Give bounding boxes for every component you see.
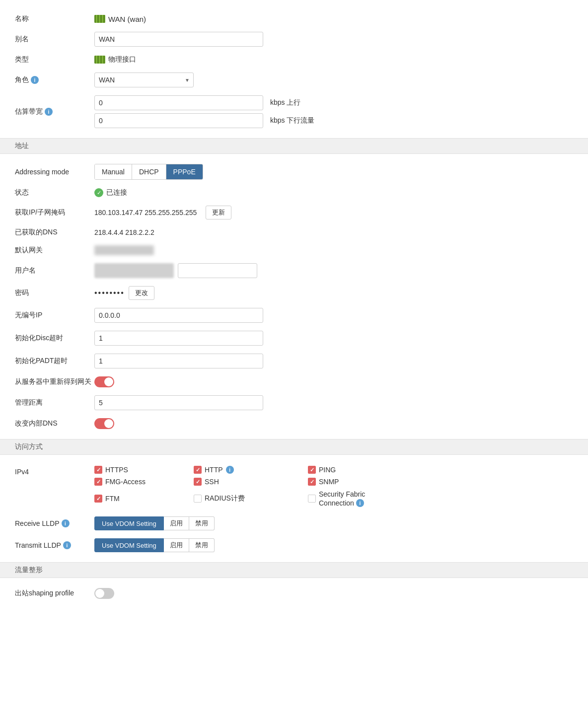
https-checkbox-item[interactable]: HTTPS bbox=[94, 466, 194, 474]
security-fabric-label-line1: Security Fabric bbox=[319, 490, 365, 499]
bandwidth-upstream-input[interactable] bbox=[94, 95, 263, 110]
addressing-mode-value[interactable]: Manual DHCP PPPoE bbox=[94, 164, 573, 180]
receive-lldp-buttons[interactable]: Use VDOM Setting 启用 禁用 bbox=[94, 516, 215, 530]
ping-checkbox-item[interactable]: PING bbox=[308, 466, 407, 474]
ping-label: PING bbox=[319, 466, 336, 474]
alias-input[interactable] bbox=[94, 32, 263, 47]
receive-lldp-enable-btn[interactable]: 启用 bbox=[164, 516, 189, 530]
addr-mode-group[interactable]: Manual DHCP PPPoE bbox=[94, 164, 203, 180]
status-row: 状态 ✓ 已连接 bbox=[15, 184, 573, 202]
mode-pppoe-btn[interactable]: PPPoE bbox=[166, 164, 203, 179]
unnumbered-ip-input[interactable] bbox=[94, 308, 263, 323]
fmg-checkbox-item[interactable]: FMG-Access bbox=[94, 478, 194, 486]
padt-timeout-value[interactable] bbox=[94, 354, 573, 368]
admin-distance-value[interactable] bbox=[94, 395, 573, 410]
type-value: 物理接口 bbox=[94, 55, 573, 64]
http-info-icon[interactable]: i bbox=[226, 466, 234, 474]
security-fabric-checkbox[interactable] bbox=[308, 495, 316, 503]
username-row: 用户名 bbox=[15, 259, 573, 282]
retrieve-gateway-label: 从服务器中重新得到网关 bbox=[15, 377, 94, 386]
gateway-blur bbox=[94, 245, 154, 255]
receive-lldp-info-icon[interactable]: i bbox=[62, 519, 70, 527]
kbps-upstream-label: kbps 上行 bbox=[270, 98, 300, 107]
transmit-lldp-buttons[interactable]: Use VDOM Setting 启用 禁用 bbox=[94, 538, 215, 552]
name-label: 名称 bbox=[15, 14, 94, 23]
ftm-checkbox-item[interactable]: FTM bbox=[94, 490, 194, 508]
change-dns-toggle[interactable] bbox=[94, 418, 114, 429]
mode-dhcp-btn[interactable]: DHCP bbox=[132, 164, 166, 179]
security-fabric-label-line2: Connection i bbox=[319, 499, 365, 508]
role-label: 角色 i bbox=[15, 75, 94, 84]
dns-row: 已获取的DNS 218.4.4.4 218.2.2.2 bbox=[15, 223, 573, 241]
username-input2[interactable] bbox=[178, 263, 257, 278]
ftm-label: FTM bbox=[105, 495, 120, 503]
address-section-header: 地址 bbox=[0, 138, 588, 154]
change-dns-value[interactable] bbox=[94, 418, 573, 429]
gateway-value bbox=[94, 245, 573, 255]
access-section-header: 访问方式 bbox=[0, 439, 588, 455]
retrieve-gateway-toggle[interactable] bbox=[94, 376, 114, 387]
role-select[interactable]: WAN LAN DMZ bbox=[94, 73, 194, 87]
interface-name-text: WAN (wan) bbox=[108, 15, 146, 23]
http-checkbox-item[interactable]: HTTP i bbox=[194, 466, 308, 474]
disc-timeout-input[interactable] bbox=[94, 331, 263, 346]
unnumbered-ip-row: 无编号IP bbox=[15, 304, 573, 327]
status-text: 已连接 bbox=[106, 188, 127, 197]
gateway-row: 默认网关 bbox=[15, 241, 573, 259]
snmp-checkbox[interactable] bbox=[308, 478, 316, 486]
fmg-checkbox[interactable] bbox=[94, 478, 102, 486]
password-value[interactable]: •••••••• 更改 bbox=[94, 286, 573, 300]
bandwidth-downstream-input[interactable] bbox=[94, 113, 263, 128]
ping-checkbox[interactable] bbox=[308, 466, 316, 474]
radius-checkbox-item[interactable]: RADIUS计费 bbox=[194, 490, 308, 508]
ftm-checkbox[interactable] bbox=[94, 495, 102, 503]
padt-timeout-label: 初始化PADT超时 bbox=[15, 357, 94, 365]
transmit-lldp-info-icon[interactable]: i bbox=[63, 541, 71, 549]
retrieve-gateway-value[interactable] bbox=[94, 376, 573, 387]
transmit-lldp-vdom-btn[interactable]: Use VDOM Setting bbox=[94, 538, 164, 552]
receive-lldp-vdom-btn[interactable]: Use VDOM Setting bbox=[94, 516, 164, 530]
admin-distance-row: 管理距离 bbox=[15, 391, 573, 414]
alias-row: 别名 bbox=[15, 28, 573, 51]
ssh-checkbox-item[interactable]: SSH bbox=[194, 478, 308, 486]
padt-timeout-input[interactable] bbox=[94, 354, 263, 368]
role-value[interactable]: WAN LAN DMZ bbox=[94, 73, 573, 87]
fmg-label: FMG-Access bbox=[105, 478, 146, 486]
http-checkbox[interactable] bbox=[194, 466, 202, 474]
radius-label: RADIUS计费 bbox=[205, 494, 245, 503]
bandwidth-label: 估算带宽 i bbox=[15, 107, 94, 116]
change-password-btn[interactable]: 更改 bbox=[129, 286, 154, 300]
transmit-lldp-disable-btn[interactable]: 禁用 bbox=[189, 538, 215, 552]
security-fabric-info-icon[interactable]: i bbox=[356, 499, 364, 507]
security-fabric-checkbox-item[interactable]: Security Fabric Connection i bbox=[308, 490, 407, 508]
traffic-section-header: 流量整形 bbox=[0, 562, 588, 578]
snmp-checkbox-item[interactable]: SNMP bbox=[308, 478, 407, 486]
username-value[interactable] bbox=[94, 263, 573, 278]
transmit-lldp-label: Transmit LLDP i bbox=[15, 541, 94, 549]
mode-manual-btn[interactable]: Manual bbox=[95, 164, 132, 179]
ssh-checkbox[interactable] bbox=[194, 478, 202, 486]
bandwidth-info-icon[interactable]: i bbox=[45, 108, 53, 116]
role-info-icon[interactable]: i bbox=[31, 76, 39, 84]
alias-value[interactable] bbox=[94, 32, 573, 47]
admin-distance-input[interactable] bbox=[94, 395, 263, 410]
name-value: WAN (wan) bbox=[94, 15, 573, 23]
disc-timeout-value[interactable] bbox=[94, 331, 573, 346]
update-ip-btn[interactable]: 更新 bbox=[206, 206, 231, 219]
status-value: ✓ 已连接 bbox=[94, 188, 573, 197]
outbound-shaping-toggle[interactable] bbox=[94, 588, 114, 599]
radius-checkbox[interactable] bbox=[194, 495, 202, 503]
https-checkbox[interactable] bbox=[94, 466, 102, 474]
outbound-shaping-value[interactable] bbox=[94, 588, 573, 599]
transmit-lldp-row: Transmit LLDP i Use VDOM Setting 启用 禁用 bbox=[15, 534, 573, 556]
receive-lldp-label: Receive LLDP i bbox=[15, 519, 94, 527]
outbound-shaping-label: 出站shaping profile bbox=[15, 589, 94, 598]
type-row: 类型 物理接口 bbox=[15, 51, 573, 69]
role-row: 角色 i WAN LAN DMZ bbox=[15, 69, 573, 91]
unnumbered-ip-value[interactable] bbox=[94, 308, 573, 323]
dns-label: 已获取的DNS bbox=[15, 228, 94, 237]
password-row: 密码 •••••••• 更改 bbox=[15, 282, 573, 304]
name-row: 名称 WAN (wan) bbox=[15, 10, 573, 28]
transmit-lldp-enable-btn[interactable]: 启用 bbox=[164, 538, 189, 552]
receive-lldp-disable-btn[interactable]: 禁用 bbox=[189, 516, 215, 530]
